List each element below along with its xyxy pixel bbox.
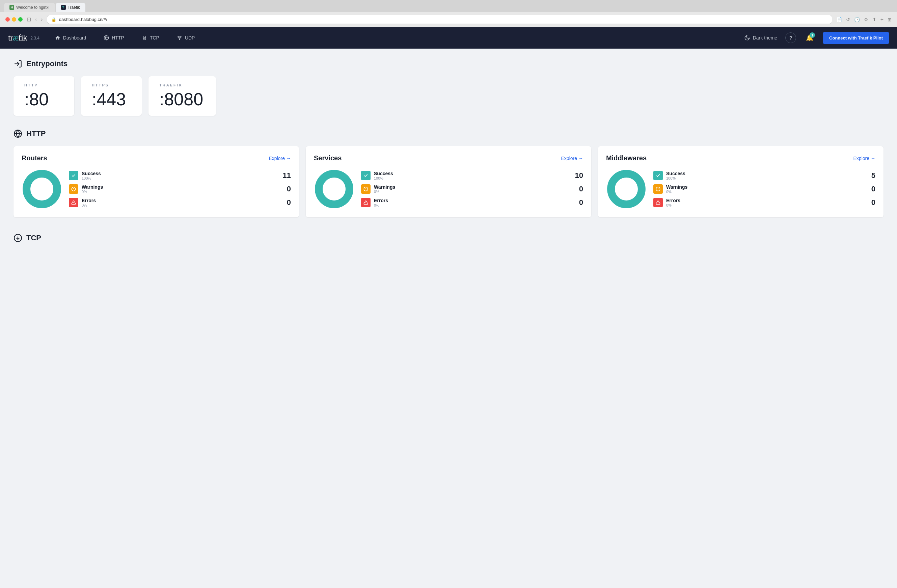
moon-icon (744, 35, 750, 41)
services-explore-arrow: → (579, 156, 583, 161)
warning-badge-routers (69, 184, 78, 194)
middlewares-success-pct: 100% (666, 176, 868, 180)
services-warnings-count: 0 (579, 185, 583, 193)
error-icon-m (656, 200, 660, 205)
nav-dashboard[interactable]: Dashboard (50, 32, 91, 43)
routers-warnings-count: 0 (287, 185, 291, 193)
nav-tcp-label: TCP (150, 35, 159, 40)
services-title: Services (314, 154, 341, 162)
tcp-section-header: TCP (14, 234, 883, 242)
nav-udp[interactable]: UDP (172, 32, 200, 43)
middlewares-success-row: Success 100% 5 (654, 171, 876, 180)
entrypoint-traefik-label: TRAEFIK (159, 83, 205, 87)
routers-success-labels: Success 100% (82, 171, 279, 180)
success-badge-services (361, 171, 370, 180)
services-success-row: Success 100% 10 (361, 171, 583, 180)
brand-logo: træfik (8, 33, 27, 43)
tab-label-nginx: Welcome to nginx! (16, 5, 50, 10)
history-icon[interactable]: 🕐 (854, 17, 860, 22)
services-errors-label: Errors (374, 198, 576, 203)
entrypoint-card-http: HTTP :80 (14, 76, 74, 116)
middlewares-card-body: Success 100% 5 Warnings 0% (606, 169, 876, 209)
middlewares-stats: Success 100% 5 Warnings 0% (654, 171, 876, 207)
connect-pilot-button[interactable]: Connect with Traefik Pilot (823, 32, 889, 44)
middlewares-errors-row: Errors 0% 0 (654, 198, 876, 207)
entrypoints-grid: HTTP :80 HTTPS :443 TRAEFIK :8080 (14, 76, 883, 116)
main-content: Entrypoints HTTP :80 HTTPS :443 TRAEFIK … (0, 49, 897, 588)
nav-dashboard-label: Dashboard (63, 35, 86, 40)
minimize-dot[interactable] (12, 17, 16, 21)
services-success-label: Success (374, 171, 572, 176)
forward-button[interactable]: › (41, 17, 43, 23)
browser-tab-nginx[interactable]: H Welcome to nginx! (4, 3, 55, 12)
routers-warnings-label: Warnings (82, 184, 283, 190)
notification-badge: 1 (810, 32, 815, 38)
svg-rect-2 (143, 39, 146, 40)
globe-icon (104, 35, 109, 40)
middlewares-warnings-labels: Warnings 0% (666, 184, 868, 194)
routers-success-count: 11 (283, 171, 291, 180)
middlewares-warnings-pct: 0% (666, 190, 868, 194)
sidebar-toggle-icon[interactable]: ⊡ (27, 16, 31, 23)
maximize-dot[interactable] (18, 17, 23, 21)
services-warnings-label: Warnings (374, 184, 576, 190)
entrypoint-traefik-port: :8080 (159, 90, 205, 109)
entrypoint-card-traefik: TRAEFIK :8080 (148, 76, 216, 116)
svg-point-15 (319, 174, 350, 205)
middlewares-warnings-label: Warnings (666, 184, 868, 190)
entrypoints-section: Entrypoints HTTP :80 HTTPS :443 TRAEFIK … (14, 60, 883, 116)
share-icon[interactable]: ⬆ (873, 17, 876, 22)
middlewares-donut (606, 169, 647, 209)
brand-logo-accent: æ (13, 33, 18, 43)
services-warnings-labels: Warnings 0% (374, 184, 576, 194)
notification-button[interactable]: 🔔 1 (804, 32, 815, 43)
services-errors-count: 0 (579, 198, 583, 207)
middlewares-warnings-row: Warnings 0% 0 (654, 184, 876, 194)
reload-icon[interactable]: ↺ (846, 17, 850, 22)
new-tab-icon[interactable]: + (880, 17, 883, 23)
entrypoint-https-label: HTTPS (92, 83, 131, 87)
back-button[interactable]: ‹ (35, 17, 37, 23)
routers-errors-labels: Errors 0% (82, 198, 283, 207)
svg-point-8 (27, 174, 57, 205)
address-text: dashboard.halobug.cn/#/ (59, 17, 107, 22)
services-warnings-pct: 0% (374, 190, 576, 194)
address-bar[interactable]: 🔒 dashboard.halobug.cn/#/ (47, 15, 832, 24)
brand: træfik 2.3.4 (8, 33, 40, 43)
app-header: træfik 2.3.4 Dashboard HTTP TCP UDP Dark… (0, 27, 897, 49)
routers-card: Routers Explore → (14, 146, 299, 217)
sidebar-right-icon[interactable]: ⊞ (888, 17, 892, 22)
middlewares-explore-link[interactable]: Explore → (853, 156, 876, 161)
svg-point-22 (611, 174, 642, 205)
services-errors-row: Errors 0% 0 (361, 198, 583, 207)
services-errors-labels: Errors 0% (374, 198, 576, 207)
browser-tab-traefik[interactable]: T Traefik (56, 3, 86, 12)
middlewares-explore-label: Explore (853, 156, 869, 161)
http-section-icon (14, 129, 22, 138)
help-button[interactable]: ? (785, 32, 796, 43)
wifi-icon (177, 35, 182, 40)
routers-stats: Success 100% 11 Warnings 0% (69, 171, 291, 207)
http-section-header: HTTP (14, 129, 883, 138)
middlewares-errors-count: 0 (871, 198, 876, 207)
services-warnings-row: Warnings 0% 0 (361, 184, 583, 194)
nav-http[interactable]: HTTP (99, 32, 129, 43)
browser-window-controls (5, 17, 23, 21)
plug-icon (142, 35, 147, 40)
dark-theme-toggle[interactable]: Dark theme (744, 35, 777, 41)
services-success-labels: Success 100% (374, 171, 572, 180)
services-errors-pct: 0% (374, 203, 576, 207)
routers-errors-label: Errors (82, 198, 283, 203)
security-icon: 🔒 (51, 17, 57, 22)
middlewares-donut-svg (606, 169, 647, 209)
reader-icon[interactable]: 📄 (836, 17, 842, 22)
entrypoints-header: Entrypoints (14, 60, 883, 68)
routers-explore-link[interactable]: Explore → (269, 156, 291, 161)
services-explore-link[interactable]: Explore → (561, 156, 583, 161)
browser-toolbar: ⊡ ‹ › 🔒 dashboard.halobug.cn/#/ 📄 ↺ 🕐 ⚙ … (0, 12, 897, 27)
middlewares-warnings-count: 0 (871, 185, 876, 193)
close-dot[interactable] (5, 17, 10, 21)
entrypoints-title: Entrypoints (26, 60, 67, 68)
nav-tcp[interactable]: TCP (137, 32, 164, 43)
settings-icon[interactable]: ⚙ (864, 17, 868, 22)
